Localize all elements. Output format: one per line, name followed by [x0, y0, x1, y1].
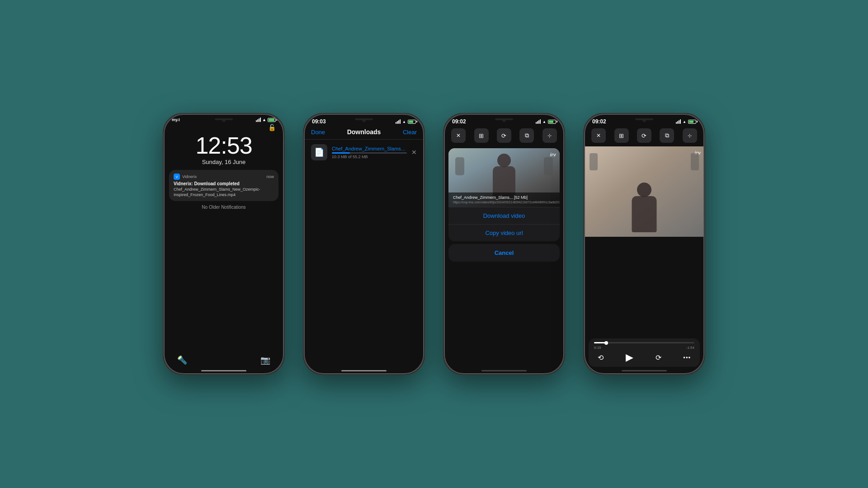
camera-icon[interactable]: 📷 [260, 355, 270, 365]
skip-back-button[interactable]: ⟲ [598, 353, 604, 362]
file-icon: 📄 [311, 144, 327, 160]
nav-title: Downloads [347, 128, 381, 136]
play-button[interactable]: ▶ [626, 352, 633, 363]
downloads-nav: Done Downloads Clear [304, 125, 424, 140]
side-button [424, 150, 425, 164]
speaker-grille [635, 118, 653, 120]
lock-bottom-controls: 🔦 📷 [164, 355, 284, 365]
status-time: 09:02 [592, 118, 606, 125]
status-icons: ▲ [676, 119, 696, 124]
pip-button[interactable]: ⧉ [519, 128, 534, 143]
browser-toolbar: ✕ ⊞ ⟳ ⧉ ⊹ [444, 125, 564, 146]
signal-icon [396, 119, 401, 124]
app-name: Vidnerix [182, 174, 197, 179]
context-video-thumbnail: irv Chef_Andrew_Zimmern_Slams... [52 Mb]… [448, 148, 560, 207]
volume-buttons [303, 159, 304, 182]
time-row: 0:15 -1:54 [594, 346, 694, 350]
tab-button[interactable]: ⊞ [614, 128, 629, 143]
status-time: 09:02 [452, 118, 466, 125]
phone-3-context-menu: 09:02 ▲ ✕ ⊞ ⟳ ⧉ ⊹ [443, 113, 565, 375]
controls-row: ⟲ ▶ ⟳ ••• [594, 352, 694, 363]
lock-date: Sunday, 16 June [164, 159, 284, 165]
volume-buttons [443, 159, 444, 182]
notification-title: Vidnerix: Download completed [174, 181, 274, 186]
progress-bar [332, 152, 350, 154]
close-button[interactable]: ✕ [591, 128, 606, 143]
flashlight-icon[interactable]: 🔦 [177, 355, 187, 365]
app-info: V Vidnerix [174, 174, 197, 180]
irv-logo: irv [550, 152, 556, 157]
signal-icon [256, 117, 261, 122]
wifi-icon: ▲ [683, 120, 686, 124]
status-icons: ▲ [536, 119, 556, 124]
signal-icon [676, 119, 681, 124]
notification-banner[interactable]: V Vidnerix now Vidnerix: Download comple… [169, 170, 278, 201]
wifi-icon: ▲ [262, 117, 266, 122]
clear-button[interactable]: Clear [403, 129, 417, 136]
speaker-grille [215, 118, 233, 120]
rotate-button[interactable]: ⟳ [497, 128, 511, 143]
download-close-button[interactable]: ✕ [411, 149, 417, 156]
close-button[interactable]: ✕ [451, 128, 466, 143]
done-button[interactable]: Done [311, 129, 325, 136]
phone-4-video-player: 09:02 ▲ ✕ ⊞ ⟳ ⧉ ⊹ [583, 113, 705, 375]
video-player-controls: 0:15 -1:54 ⟲ ▶ ⟳ ••• [589, 338, 700, 367]
status-time: 09:03 [312, 118, 326, 125]
battery-icon [408, 120, 416, 124]
tab-button[interactable]: ⊞ [474, 128, 489, 143]
context-menu: irv Chef_Andrew_Zimmern_Slams... [52 Mb]… [448, 148, 560, 241]
current-time: 0:15 [594, 346, 601, 350]
download-item[interactable]: 📄 Chef_Andrew_Zimmern_Slams... 10.3 MB o… [304, 140, 424, 165]
cursor-button[interactable]: ⊹ [542, 128, 557, 143]
notification-header: V Vidnerix now [174, 174, 274, 180]
wifi-icon: ▲ [402, 120, 406, 124]
browser-toolbar: ✕ ⊞ ⟳ ⧉ ⊹ [584, 125, 704, 146]
more-button[interactable]: ••• [683, 354, 691, 361]
home-indicator [341, 370, 387, 371]
lockscreen: my.t ▲ 🔓 12:53 Sunday, 16 June [164, 114, 284, 210]
video-player-screen: 09:02 ▲ ✕ ⊞ ⟳ ⧉ ⊹ [584, 114, 704, 237]
cursor-button[interactable]: ⊹ [683, 128, 697, 143]
wifi-icon: ▲ [542, 120, 546, 124]
rotate-button[interactable]: ⟳ [637, 128, 651, 143]
pip-button[interactable]: ⧉ [660, 128, 674, 143]
speaker-grille [495, 118, 513, 120]
app-icon: V [174, 174, 180, 180]
skip-forward-button[interactable]: ⟳ [656, 353, 661, 362]
carrier-label: my.t [172, 117, 180, 122]
phone-2-downloads: 09:03 ▲ Done Downloads Clear 📄 [303, 113, 425, 375]
side-button [704, 150, 705, 164]
svg-text:V: V [176, 175, 178, 178]
video-title: Chef_Andrew_Zimmern_Slams... [52 Mb] [453, 195, 555, 200]
lock-icon: 🔓 [164, 122, 284, 131]
battery-icon [548, 120, 556, 124]
download-video-option[interactable]: Download video [448, 207, 560, 224]
battery-icon [268, 118, 276, 122]
no-older-notifications: No Older Notifications [164, 205, 284, 210]
cancel-button[interactable]: Cancel [448, 244, 560, 262]
scrubber-fill [594, 342, 606, 343]
copy-url-option[interactable]: Copy video url [448, 224, 560, 241]
scrubber-thumb [604, 341, 608, 345]
speaker-grille [355, 118, 373, 120]
video-url: https://ovp.tmz.com/video/80jo/2024/05/2… [453, 200, 555, 204]
status-icons: ▲ [396, 119, 416, 124]
home-indicator [481, 370, 527, 371]
video-overlay: Chef_Andrew_Zimmern_Slams... [52 Mb] htt… [448, 192, 560, 207]
scrubber[interactable] [594, 342, 694, 343]
battery-icon [688, 120, 696, 124]
browser-screen: 09:02 ▲ ✕ ⊞ ⟳ ⧉ ⊹ [444, 114, 564, 262]
home-indicator [622, 370, 667, 371]
phone-1-lockscreen: my.t ▲ 🔓 12:53 Sunday, 16 June [163, 113, 285, 375]
download-size: 10.3 MB of 55.2 MB [332, 155, 407, 159]
progress-bar-container [332, 152, 407, 154]
signal-icon [536, 119, 541, 124]
notification-time: now [266, 174, 274, 179]
status-icons: ▲ [256, 117, 276, 122]
side-button [284, 150, 285, 164]
total-time: -1:54 [686, 346, 694, 350]
side-button [564, 150, 565, 164]
download-filename: Chef_Andrew_Zimmern_Slams... [332, 146, 407, 151]
video-content: irv [584, 146, 704, 237]
notification-body: Chef_Andrew_Zimmern_Slams_New_Ozempic-In… [174, 187, 274, 197]
